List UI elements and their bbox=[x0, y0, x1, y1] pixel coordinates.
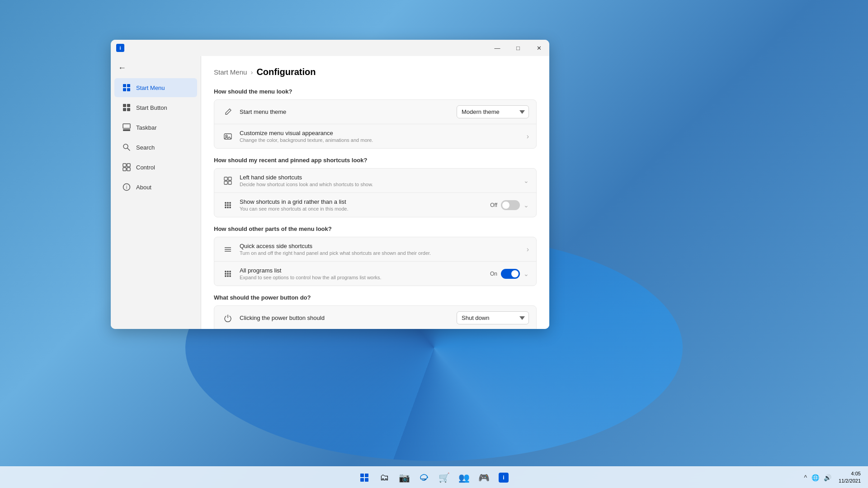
svg-point-27 bbox=[225, 204, 226, 206]
control-icon bbox=[122, 162, 132, 172]
power-action-dropdown[interactable]: Shut down Restart Sleep Hibernate Sign o… bbox=[457, 311, 529, 324]
quick-access-sublabel: Turn on and off the right hand panel and… bbox=[240, 250, 521, 256]
volume-icon[interactable]: 🔊 bbox=[822, 472, 833, 483]
card-menu-look: Start menu theme Modern theme Classic th… bbox=[214, 99, 537, 149]
row-clicking-power: Clicking the power button should Shut do… bbox=[214, 306, 536, 329]
window-controls: — □ ✕ bbox=[487, 40, 549, 56]
pencil-icon bbox=[222, 106, 234, 118]
start-menu-theme-dropdown[interactable]: Modern theme Classic theme Windows 10 bbox=[457, 105, 529, 118]
sidebar-item-label: Start Menu bbox=[136, 84, 165, 91]
svg-point-28 bbox=[227, 204, 229, 206]
taskbar-xbox[interactable]: 🎮 bbox=[475, 469, 493, 487]
taskbar-teams[interactable]: 👥 bbox=[455, 469, 473, 487]
start-menu-theme-label: Start menu theme bbox=[240, 108, 451, 115]
left-hand-shortcuts-label: Left hand side shortcuts bbox=[240, 174, 518, 181]
taskbar-center: 🗂 📷 🛒 👥 🎮 bbox=[355, 469, 513, 487]
sidebar-item-start-menu[interactable]: Start Menu bbox=[114, 78, 197, 97]
maximize-button[interactable]: □ bbox=[508, 40, 528, 56]
svg-point-36 bbox=[225, 271, 226, 272]
card-power: Clicking the power button should Shut do… bbox=[214, 305, 537, 329]
svg-point-43 bbox=[227, 275, 229, 277]
close-button[interactable]: ✕ bbox=[528, 40, 549, 56]
back-button[interactable]: ← bbox=[118, 63, 126, 73]
taskbar-store[interactable]: 🛒 bbox=[435, 469, 453, 487]
svg-rect-4 bbox=[123, 104, 126, 107]
svg-rect-9 bbox=[123, 129, 130, 131]
row-customize-visual[interactable]: Customize menu visual appearance Change … bbox=[214, 124, 536, 148]
svg-rect-23 bbox=[228, 181, 231, 184]
svg-rect-45 bbox=[360, 474, 364, 477]
svg-rect-22 bbox=[224, 181, 227, 184]
toggle-thumb bbox=[502, 202, 509, 209]
quick-access-label: Quick access side shortcuts bbox=[240, 243, 521, 249]
svg-rect-12 bbox=[123, 164, 126, 167]
svg-rect-8 bbox=[123, 124, 130, 128]
svg-line-11 bbox=[127, 148, 130, 150]
row-left-hand-shortcuts[interactable]: Left hand side shortcuts Decide how shor… bbox=[214, 169, 536, 192]
date-display: 11/2/2021 bbox=[839, 478, 861, 484]
start-button-icon bbox=[122, 103, 132, 113]
row-quick-access[interactable]: Quick access side shortcuts Turn on and … bbox=[214, 237, 536, 261]
sidebar-item-label: Control bbox=[136, 164, 155, 171]
grid-square-icon bbox=[222, 174, 234, 187]
grid-shortcuts-label: Show shortcuts in a grid rather than a l… bbox=[240, 198, 485, 205]
svg-point-40 bbox=[227, 273, 229, 275]
taskbar-edge[interactable] bbox=[415, 469, 433, 487]
sidebar-item-label: About bbox=[136, 184, 151, 191]
sidebar-item-search[interactable]: Search bbox=[114, 138, 197, 157]
grid-shortcuts-toggle[interactable] bbox=[501, 200, 520, 210]
grid-dots-2-icon bbox=[222, 267, 234, 280]
clock[interactable]: 4:05 11/2/2021 bbox=[835, 470, 864, 484]
customize-visual-label: Customize menu visual appearance bbox=[240, 130, 521, 136]
desktop: i — □ ✕ ← bbox=[0, 0, 868, 488]
svg-point-37 bbox=[227, 271, 229, 272]
app-icon: i bbox=[116, 44, 124, 52]
sidebar-item-label: Taskbar bbox=[136, 124, 157, 131]
all-programs-toggle[interactable] bbox=[501, 269, 520, 279]
nav-back-area: ← bbox=[111, 60, 201, 76]
minimize-button[interactable]: — bbox=[487, 40, 508, 56]
all-programs-toggle-label: On bbox=[490, 271, 497, 277]
taskbar-start-button[interactable] bbox=[355, 469, 373, 487]
svg-rect-14 bbox=[123, 168, 126, 171]
breadcrumb-current: Configuration bbox=[256, 67, 316, 77]
svg-point-31 bbox=[227, 206, 229, 208]
titlebar: i — □ ✕ bbox=[111, 40, 549, 56]
all-programs-label: All programs list bbox=[240, 267, 485, 274]
taskbar-right: ^ 🌐 🔊 4:05 11/2/2021 bbox=[802, 470, 864, 484]
grid-toggle-label: Off bbox=[490, 202, 497, 208]
sidebar-item-about[interactable]: i About bbox=[114, 178, 197, 197]
section-shortcuts-look: How should my recent and pinned app shor… bbox=[214, 157, 537, 217]
grid-dots-icon bbox=[222, 199, 234, 211]
breadcrumb-parent: Start Menu bbox=[214, 68, 247, 76]
svg-rect-0 bbox=[123, 84, 126, 87]
system-tray: ^ 🌐 🔊 bbox=[802, 472, 833, 483]
svg-rect-3 bbox=[127, 88, 130, 91]
chevron-down-icon: ⌄ bbox=[524, 177, 529, 184]
sidebar-item-control[interactable]: Control bbox=[114, 158, 197, 177]
taskbar-start11[interactable]: i bbox=[495, 469, 513, 487]
svg-point-29 bbox=[229, 204, 231, 206]
network-icon[interactable]: 🌐 bbox=[810, 472, 821, 483]
svg-text:i: i bbox=[126, 185, 127, 190]
section-title-other: How should other parts of the menu look? bbox=[214, 225, 537, 232]
taskbar-camera[interactable]: 📷 bbox=[395, 469, 413, 487]
svg-point-39 bbox=[225, 273, 226, 275]
svg-point-41 bbox=[229, 273, 231, 275]
breadcrumb-separator: › bbox=[250, 68, 253, 76]
sidebar-item-taskbar[interactable]: Taskbar bbox=[114, 118, 197, 137]
svg-rect-2 bbox=[123, 88, 126, 91]
section-menu-look: How should the menu look? Start menu the… bbox=[214, 88, 537, 149]
svg-point-38 bbox=[229, 271, 231, 272]
tray-up-arrow[interactable]: ^ bbox=[802, 472, 809, 483]
svg-point-44 bbox=[229, 275, 231, 277]
svg-rect-21 bbox=[228, 177, 231, 180]
svg-rect-48 bbox=[365, 478, 368, 482]
sidebar-item-start-button[interactable]: Start Button bbox=[114, 98, 197, 117]
chevron-right-icon: › bbox=[527, 245, 529, 253]
svg-rect-13 bbox=[127, 164, 130, 167]
taskbar-file-explorer[interactable]: 🗂 bbox=[375, 469, 393, 487]
image-icon bbox=[222, 130, 234, 143]
all-programs-sublabel: Expand to see options to control how the… bbox=[240, 275, 485, 280]
svg-point-25 bbox=[227, 202, 229, 204]
